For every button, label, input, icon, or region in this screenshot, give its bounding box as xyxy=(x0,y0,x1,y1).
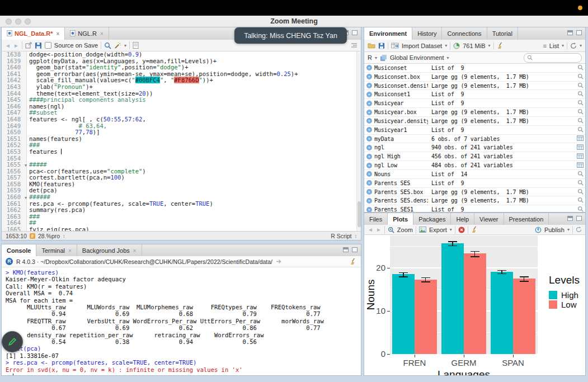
inspect-icon[interactable] xyxy=(575,109,585,116)
expander-icon[interactable]: ▸ xyxy=(366,127,372,133)
expander-icon[interactable]: ▸ xyxy=(366,180,372,186)
load-workspace-icon[interactable] xyxy=(368,43,375,49)
inspect-icon[interactable] xyxy=(575,100,585,107)
environment-row[interactable]: ▸MusicyearList of 9 xyxy=(364,99,585,108)
environment-row[interactable]: ▸MusiconsetList of 9 xyxy=(364,64,585,73)
zoom-plot-icon[interactable] xyxy=(388,227,394,233)
view-mode-label[interactable]: List xyxy=(549,43,559,49)
tab-background-jobs[interactable]: Background Jobs× xyxy=(77,244,142,257)
tab-ngl-data-r-[interactable]: NGL_Data.R*× xyxy=(2,27,65,40)
section-name[interactable]: 28.%pro xyxy=(38,233,60,239)
code-tools-caret[interactable]: ▾ xyxy=(124,43,126,48)
memory-usage-label[interactable]: 761 MiB xyxy=(463,43,485,49)
environment-row[interactable]: ▸myData6 obs. of 7 variables xyxy=(364,135,585,144)
inspect-icon[interactable] xyxy=(575,64,585,72)
import-dataset-icon[interactable] xyxy=(391,43,399,49)
inspect-icon[interactable] xyxy=(575,82,585,89)
export-plot-button[interactable]: Export xyxy=(429,227,447,233)
environment-row[interactable]: ▸Musicyear1List of 9 xyxy=(364,126,585,135)
previous-plot-icon[interactable]: ◄ xyxy=(368,227,373,233)
expander-icon[interactable]: ▸ xyxy=(366,198,372,204)
remove-plot-icon[interactable] xyxy=(458,227,465,233)
environment-row[interactable]: ▸ngl_High456 obs. of 241 variables xyxy=(364,152,585,161)
tab-ngl-r[interactable]: NGL.R× xyxy=(65,27,109,40)
environment-row[interactable]: ▸Parents_SESList of 9 xyxy=(364,179,585,188)
expander-icon[interactable]: ▸ xyxy=(366,136,372,142)
zoom-annotate-button[interactable] xyxy=(2,331,23,352)
inspect-icon[interactable] xyxy=(575,188,585,196)
tab-files[interactable]: Files xyxy=(364,213,388,225)
environment-row[interactable]: ▸Musiconset.boxLarge gg (9 elements, 1.7… xyxy=(364,73,585,82)
tab-help[interactable]: Help xyxy=(451,213,474,225)
tab-console[interactable]: Console xyxy=(2,244,36,257)
clear-environment-icon[interactable] xyxy=(497,42,504,49)
expander-icon[interactable]: ▸ xyxy=(366,171,372,177)
export-caret[interactable]: ▾ xyxy=(450,227,452,232)
document-type[interactable]: R Script xyxy=(331,233,351,239)
expander-icon[interactable]: ▸ xyxy=(366,163,372,168)
inspect-icon[interactable] xyxy=(575,126,585,134)
expander-icon[interactable]: ▸ xyxy=(366,145,372,150)
inspect-icon[interactable] xyxy=(575,171,585,178)
list-view-icon[interactable]: ≡ xyxy=(543,43,546,49)
inspect-icon[interactable] xyxy=(575,206,585,212)
environment-row[interactable]: ▸NounsList of 14 xyxy=(364,170,585,179)
tab-tutorial[interactable]: Tutorial xyxy=(487,27,518,40)
language-caret[interactable]: ▾ xyxy=(375,55,377,60)
maximize-pane-icon[interactable] xyxy=(352,247,357,252)
expander-icon[interactable]: ▸ xyxy=(366,154,372,159)
forward-icon[interactable]: ► xyxy=(13,43,19,49)
tab-history[interactable]: History xyxy=(412,27,442,40)
minimize-pane-icon[interactable] xyxy=(343,247,349,252)
tab-terminal[interactable]: Terminal× xyxy=(36,244,77,257)
expander-icon[interactable]: ▸ xyxy=(366,92,372,97)
environment-search-input[interactable] xyxy=(524,53,582,63)
clear-console-icon[interactable] xyxy=(350,258,357,265)
zoom-plot-button[interactable]: Zoom xyxy=(397,227,413,233)
refresh-icon[interactable] xyxy=(570,43,577,49)
environment-row[interactable]: ▸Musicyear.boxLarge gg (9 elements, 1.7 … xyxy=(364,108,585,117)
editor-scrollbar[interactable] xyxy=(356,51,361,240)
view-table-icon[interactable] xyxy=(575,162,585,169)
expander-icon[interactable]: ▸ xyxy=(366,207,372,212)
inspect-icon[interactable] xyxy=(575,197,585,204)
publish-caret[interactable]: ▾ xyxy=(567,227,570,232)
next-plot-icon[interactable]: ► xyxy=(376,227,382,233)
maximize-pane-icon[interactable] xyxy=(576,216,582,221)
refresh-caret[interactable]: ▾ xyxy=(580,43,582,48)
inspect-icon[interactable] xyxy=(575,117,585,125)
expander-icon[interactable]: ▸ xyxy=(366,189,372,195)
back-icon[interactable]: ◄ xyxy=(5,43,11,49)
expander-icon[interactable]: ▸ xyxy=(366,65,372,70)
compile-report-icon[interactable] xyxy=(133,42,139,49)
export-plot-icon[interactable] xyxy=(419,227,426,233)
expander-icon[interactable]: ▸ xyxy=(366,110,372,115)
expander-icon[interactable]: ▸ xyxy=(366,101,372,106)
language-selector[interactable]: R xyxy=(368,54,372,61)
expander-icon[interactable]: ▸ xyxy=(366,74,372,79)
environment-caret[interactable]: ▾ xyxy=(447,55,449,60)
tab-connections[interactable]: Connections xyxy=(442,27,487,40)
refresh-plot-icon[interactable] xyxy=(576,227,582,233)
save-workspace-icon[interactable] xyxy=(378,43,385,49)
save-icon[interactable] xyxy=(35,42,42,49)
environment-row[interactable]: ▸Parents_SES.boxLarge gg (9 elements, 1.… xyxy=(364,188,585,197)
view-table-icon[interactable] xyxy=(575,135,585,142)
environment-selector[interactable]: Global Environment xyxy=(390,54,444,61)
popout-icon[interactable] xyxy=(25,42,32,49)
maximize-pane-icon[interactable] xyxy=(576,30,582,35)
environment-row[interactable]: ▸ngl940 obs. of 241 variables xyxy=(364,143,585,152)
tab-plots[interactable]: Plots xyxy=(388,213,413,225)
editor-scrollbar-thumb[interactable] xyxy=(357,201,361,227)
import-dataset-caret[interactable]: ▾ xyxy=(445,43,447,48)
environment-row[interactable]: ▸Musiconset.densityLarge gg (9 elements,… xyxy=(364,82,585,91)
inspect-icon[interactable] xyxy=(575,73,585,81)
environment-row[interactable]: ▸Musiconset1List of 9 xyxy=(364,90,585,99)
expander-icon[interactable]: ▸ xyxy=(366,83,372,88)
minimize-pane-icon[interactable] xyxy=(567,216,573,221)
view-mode-caret[interactable]: ▾ xyxy=(562,43,564,48)
clear-all-plots-icon[interactable] xyxy=(471,226,478,233)
tab-packages[interactable]: Packages xyxy=(413,213,451,225)
inspect-icon[interactable] xyxy=(575,180,585,187)
environment-row[interactable]: ▸Parents_SES.densi_Large gg (9 elements,… xyxy=(364,196,585,205)
